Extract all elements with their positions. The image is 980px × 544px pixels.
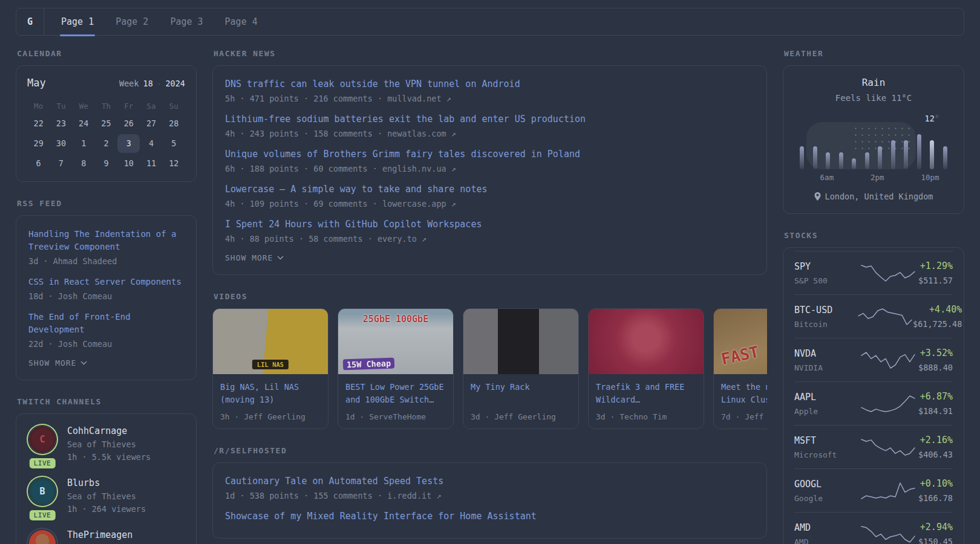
rss-item: The End of Front-End Development 22d · J… [28,311,184,349]
weekday-label: Tu [50,99,72,114]
calendar-day: 6 [27,154,50,173]
video-title-link[interactable]: Meet the newest Linux Cluster… [721,381,767,406]
video-meta: 7d · Jeff Geerling [721,407,767,421]
stock-change-percent: +6.87% [918,391,953,402]
twitch-channel-row[interactable]: B LIVE Blurbs Sea of Thieves 1h · 264 vi… [27,477,185,516]
channel-game: Sea of Thieves [67,490,146,503]
video-card[interactable]: My Tiny Rack 3d · Jeff Geerling [463,308,579,429]
stock-ticker[interactable]: BTC-USD [794,305,857,316]
reddit-item: Showcase of my Mixed Reality Interface f… [225,510,754,523]
video-card[interactable]: FAST Meet the newest Linux Cluster… 7d ·… [713,308,767,429]
page-tab[interactable]: Page 4 [225,8,258,35]
hackernews-item-link[interactable]: I Spent 24 Hours with GitHub Copilot Wor… [225,218,754,231]
video-title-link[interactable]: My Tiny Rack [471,381,571,393]
hackernews-item-link[interactable]: Unique volumes of Brothers Grimm fairy t… [225,148,754,161]
twitch-channel-row[interactable]: LIVE ThePrimeagen [27,529,185,544]
weather-widget-title: WEATHER [784,49,964,58]
reddit-item-link[interactable]: Showcase of my Mixed Reality Interface f… [225,510,754,523]
temperature-bar [878,146,882,169]
channel-name[interactable]: ThePrimeagen [67,529,132,542]
hackernews-item-link[interactable]: Lowercase – A simple way to take and sha… [225,183,754,196]
calendar-month: May [27,77,46,89]
stock-row[interactable]: BTC-USD Bitcoin +4.40% $61,725.48 [794,294,953,338]
stock-price: $166.78 [918,493,953,503]
hour-label [909,173,921,182]
stock-change-percent: +4.40% [913,304,962,315]
channel-name[interactable]: CohhCarnage [67,425,151,438]
temperature-bar [813,146,817,169]
stock-ticker[interactable]: MSFT [794,435,857,446]
channel-game: Sea of Thieves [67,438,151,451]
stock-price: $61,725.48 [913,319,962,329]
video-title-link[interactable]: BEST Low Power 25GbE and 100GbE Switch… [345,381,446,406]
stock-ticker[interactable]: GOOGL [794,479,857,490]
video-card[interactable]: 25GbE 100GbE 15W Cheap BEST Low Power 25… [338,308,454,429]
hackernews-item: Unique volumes of Brothers Grimm fairy t… [225,148,754,173]
page-tab[interactable]: Page 3 [170,8,203,35]
stock-row[interactable]: MSFT Microsoft +2.16% $406.43 [794,425,953,468]
weekday-label: Su [163,99,185,114]
temperature-bar [904,140,908,169]
calendar-day: 9 [95,154,117,173]
video-title-link[interactable]: Big NAS, Lil NAS (moving 13) [220,381,321,406]
twitch-widget: TWITCH CHANNELS C LIVE CohhCarnage Sea o… [16,397,197,544]
stock-sparkline [860,351,916,369]
page-tab[interactable]: Page 1 [61,8,94,35]
channel-name[interactable]: Blurbs [67,477,146,490]
stock-price: $511.57 [918,276,953,285]
stock-row[interactable]: NVDA NVIDIA +3.52% $888.40 [794,338,953,381]
rss-item-link[interactable]: The End of Front-End Development [28,311,184,336]
channel-avatar [29,530,56,544]
reddit-item-link[interactable]: Cautionary Tale on Automated Speed Tests [225,475,754,488]
rss-item-link[interactable]: CSS in React Server Components [28,276,184,288]
stocks-list: SPY S&P 500 +1.29% $511.57 [783,247,964,544]
video-thumbnail[interactable]: FAST [714,309,767,374]
page-tab-label: Page 4 [225,16,258,27]
twitch-channel-row[interactable]: C LIVE CohhCarnage Sea of Thieves 1h · 5… [27,425,185,464]
rss-show-more-button[interactable]: SHOW MORE [28,358,184,368]
peak-temperature-label: 12° [925,114,939,123]
video-thumbnail[interactable] [463,309,578,374]
hackernews-show-more-button[interactable]: SHOW MORE [225,253,754,262]
channel-viewers: 1h · 5.5k viewers [67,451,151,464]
video-thumbnail[interactable] [589,309,704,374]
calendar-week-indicator: Week 18 · 2024 [119,79,185,88]
stock-sparkline [860,525,916,543]
stock-ticker[interactable]: AMD [794,522,857,533]
video-card[interactable]: LIL NAS Big NAS, Lil NAS (moving 13) 3h … [212,308,328,429]
stock-ticker[interactable]: SPY [794,261,857,272]
hackernews-item: I Spent 24 Hours with GitHub Copilot Wor… [225,218,754,244]
temperature-bar [891,140,895,169]
stock-price: $888.40 [918,363,953,372]
page-tab-label: Page 1 [61,16,94,27]
hackernews-item-link[interactable]: Lithium-free sodium batteries exit the l… [225,113,754,126]
rss-item-link[interactable]: Handling The Indentation of a Treeview C… [28,228,184,253]
hackernews-item-meta: 4h · 109 points · 69 comments · lowercas… [225,199,754,209]
app-logo[interactable]: G [16,8,44,35]
hackernews-item-meta: 4h · 243 points · 158 comments · newatla… [225,129,754,138]
calendar-day: 5 [163,134,185,153]
stock-row[interactable]: SPY S&P 500 +1.29% $511.57 [794,251,953,294]
video-thumbnail[interactable]: LIL NAS [213,309,328,374]
stock-ticker[interactable]: AAPL [794,392,857,403]
page-tab[interactable]: Page 2 [116,8,148,35]
chevron-down-icon [277,256,284,260]
calendar-weekday-row: MoTuWeThFrSaSu [27,99,185,114]
calendar-widget-title: CALENDAR [17,49,197,58]
calendar-day: 8 [73,154,95,173]
hour-label [897,173,909,182]
stock-row[interactable]: AAPL Apple +6.87% $184.91 [794,381,953,425]
calendar-year: 2024 [165,79,185,88]
stock-ticker[interactable]: NVDA [794,348,857,359]
page-tabs: Page 1Page 2Page 3Page 4 [44,8,258,35]
video-title-link[interactable]: Traefik 3 and FREE Wildcard… [596,381,696,406]
temperature-bar [865,152,869,169]
chevron-down-icon [80,361,87,365]
hackernews-item-meta: 5h · 471 points · 216 comments · mullvad… [225,94,754,103]
video-card[interactable]: Traefik 3 and FREE Wildcard… 3d · Techno… [588,308,704,429]
video-meta: 3d · Jeff Geerling [471,407,571,421]
stock-row[interactable]: AMD AMD +2.94% $150.45 [794,512,953,544]
stock-row[interactable]: GOOGL Google +0.10% $166.78 [794,468,953,512]
video-thumbnail[interactable]: 25GbE 100GbE 15W Cheap [338,309,453,374]
hackernews-item-link[interactable]: DNS traffic can leak outside the VPN tun… [225,78,754,91]
